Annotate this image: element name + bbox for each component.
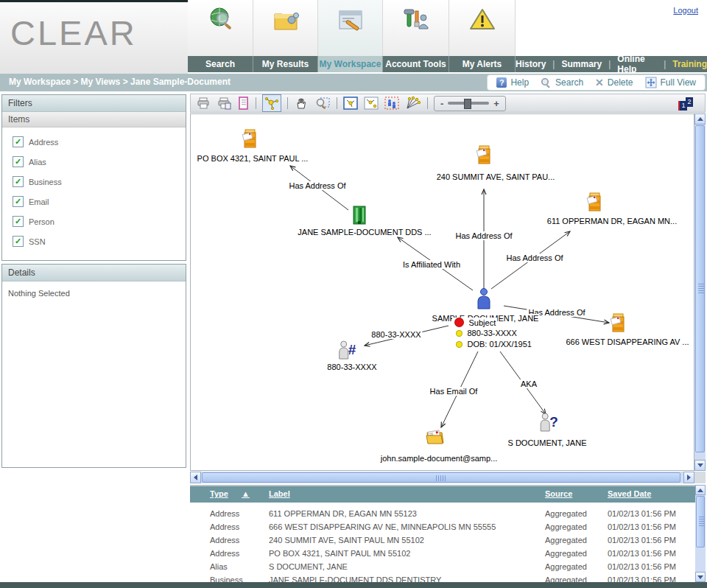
select-related-icon[interactable] — [384, 97, 399, 110]
scroll-up-button[interactable] — [694, 113, 706, 125]
node-label-business-dds[interactable]: JANE SAMPLE-DOCUMENT DDS ... — [297, 228, 432, 237]
checkbox-alias[interactable]: ✓ — [13, 156, 24, 167]
link-training[interactable]: Training — [672, 59, 707, 69]
tab-account-tools[interactable]: Account Tools — [383, 0, 449, 74]
table-body: Address611 OPPERMAN DR, EAGAN MN 55123Ag… — [190, 503, 695, 582]
link-summary[interactable]: Summary — [561, 59, 602, 69]
table-row[interactable]: BusinessJANE SAMPLE-DOCUMENT DDS DENTIST… — [190, 573, 695, 582]
node-label-address-opperman[interactable]: 611 OPPERMAN DR, EAGAN MN... — [546, 217, 678, 225]
scroll-right-button[interactable] — [683, 472, 694, 483]
filter-items-list: ✓Address✓Alias✓Business✓Email✓Person✓SSN — [2, 127, 186, 251]
table-row[interactable]: AddressPO BOX 4321, SAINT PAUL MN 55102A… — [190, 547, 695, 560]
checkbox-email[interactable]: ✓ — [13, 196, 24, 207]
column-header-type[interactable]: Type — [210, 489, 228, 498]
checkbox-address[interactable]: ✓ — [13, 136, 24, 147]
address-node-icon-address-opperman[interactable] — [585, 191, 603, 213]
checkbox-label: Address — [29, 138, 58, 147]
saved-items-table: Type ▲ Label Source Saved Date Address61… — [190, 485, 695, 582]
table-scroll-up-button[interactable] — [695, 485, 706, 495]
canvas-vscroll-thumb[interactable] — [695, 125, 705, 452]
person-node-icon-person-subject[interactable] — [476, 287, 492, 309]
header-right-area: Logout History | Summary | Online Help |… — [516, 0, 707, 74]
tab-search[interactable]: Search — [188, 0, 253, 74]
node-label-address-pobox[interactable]: PO BOX 4321, SAINT PAUL ... — [197, 154, 309, 163]
delete-button-label: Delete — [608, 77, 633, 88]
table-scroll-down-button[interactable] — [695, 572, 706, 582]
pan-hand-icon[interactable] — [294, 97, 309, 110]
node-label-address-west666[interactable]: 666 WEST DISAPPEARING AV ... — [565, 337, 689, 346]
graph-canvas[interactable]: Has Address OfHas Address OfHas Address … — [190, 113, 694, 471]
tab-my-results[interactable]: My Results — [253, 0, 318, 74]
checkbox-person[interactable]: ✓ — [13, 216, 24, 227]
zoom-area-icon[interactable] — [314, 97, 331, 110]
table-cell: Aggregated — [545, 575, 587, 582]
node-label-ssn-880[interactable]: 880-33-XXXX — [326, 363, 377, 371]
tab-my-alerts[interactable]: My Alerts — [449, 0, 516, 74]
business-node-icon-business-dds[interactable] — [351, 205, 368, 225]
search-button[interactable]: Search — [541, 77, 583, 88]
scroll-down-button[interactable] — [694, 460, 706, 471]
print-icon[interactable] — [197, 97, 211, 110]
checkbox-business[interactable]: ✓ — [13, 176, 24, 187]
canvas-hscroll-thumb[interactable] — [202, 472, 680, 483]
zoom-slider-thumb[interactable] — [464, 99, 471, 109]
address-node-icon-address-summit[interactable] — [475, 144, 493, 166]
column-header-saved-date[interactable]: Saved Date — [608, 489, 651, 498]
node-label-alias-sdocument[interactable]: S DOCUMENT, JANE — [507, 438, 588, 447]
table-row[interactable]: AliasS DOCUMENT, JANEAggregated01/02/13 … — [190, 560, 695, 573]
node-label-email-john[interactable]: john.sample-document@samp... — [380, 454, 499, 463]
alias-node-icon-alias-sdocument[interactable]: ? — [539, 413, 558, 432]
tab-account-tools-label: Account Tools — [383, 56, 449, 72]
logout-link[interactable]: Logout — [673, 6, 698, 15]
delete-button[interactable]: ✕ Delete — [595, 77, 633, 88]
results-folder-icon — [253, 0, 318, 56]
pane-2-glyph: 2 — [686, 97, 693, 107]
toolbar-separator — [256, 97, 256, 109]
column-header-label[interactable]: Label — [269, 489, 290, 498]
node-label-address-summit[interactable]: 240 SUMMIT AVE, SAINT PAU... — [436, 172, 556, 181]
table-row[interactable]: Address240 SUMMIT AVE, SAINT PAUL MN 551… — [190, 533, 695, 547]
export-report-icon[interactable] — [238, 97, 250, 110]
table-vscroll-thumb[interactable] — [696, 496, 705, 547]
table-cell: S DOCUMENT, JANE — [269, 562, 348, 571]
link-select-tool-icon[interactable] — [262, 94, 281, 112]
link-separator: | — [664, 59, 666, 69]
edge-label-2: Has Address Of — [504, 253, 564, 262]
table-cell: 01/02/13 01:56 PM — [608, 522, 676, 531]
address-node-icon-address-west666[interactable] — [609, 312, 627, 334]
zoom-slider-track[interactable] — [448, 102, 489, 105]
column-header-source[interactable]: Source — [545, 489, 572, 498]
attribute-dot-icon — [456, 330, 462, 337]
tab-my-workspace[interactable]: My Workspace — [318, 0, 383, 74]
attribute-text: DOB: 01/XX/1951 — [468, 340, 532, 349]
link-online-help[interactable]: Online Help — [617, 54, 657, 74]
canvas-horizontal-scrollbar[interactable] — [190, 472, 694, 483]
breadcrumb: My Workspace > My Views > Jane Sample-Do… — [9, 77, 231, 87]
canvas-vertical-scrollbar[interactable] — [694, 113, 706, 471]
zoom-in-button[interactable]: + — [493, 98, 499, 109]
zoom-out-button[interactable]: - — [440, 98, 443, 109]
pane-toggle-icon[interactable]: 1 2 — [678, 97, 694, 111]
attribute-text: Subject — [469, 318, 496, 327]
checkbox-ssn[interactable]: ✓ — [13, 236, 24, 247]
ssn-node-icon-ssn-880[interactable]: # — [338, 340, 356, 360]
table-vertical-scrollbar[interactable] — [695, 485, 706, 582]
table-row[interactable]: Address611 OPPERMAN DR, EAGAN MN 55123Ag… — [190, 507, 695, 520]
help-button[interactable]: ? Help — [496, 77, 529, 88]
filter-item-address: ✓Address — [2, 132, 186, 152]
link-history[interactable]: History — [516, 59, 546, 69]
edge-label-1: Has Address Of — [454, 231, 513, 240]
tab-search-label: Search — [188, 56, 253, 72]
workspace-wrench-icon — [318, 0, 383, 56]
email-node-icon-email-john[interactable] — [425, 428, 446, 446]
scroll-left-button[interactable] — [190, 472, 201, 483]
address-node-icon-address-pobox[interactable] — [241, 127, 258, 150]
print-preview-icon[interactable] — [217, 97, 232, 110]
full-view-button[interactable]: Full View — [645, 77, 696, 88]
table-row[interactable]: Address666 WEST DISAPPEARING AV NE, MINN… — [190, 520, 695, 533]
table-cell: Aggregated — [545, 522, 587, 531]
radial-layout-icon[interactable] — [405, 97, 421, 110]
fit-to-window-icon[interactable] — [343, 97, 358, 110]
details-panel: Details Nothing Selected — [1, 264, 186, 468]
fit-selection-icon[interactable] — [364, 97, 379, 110]
